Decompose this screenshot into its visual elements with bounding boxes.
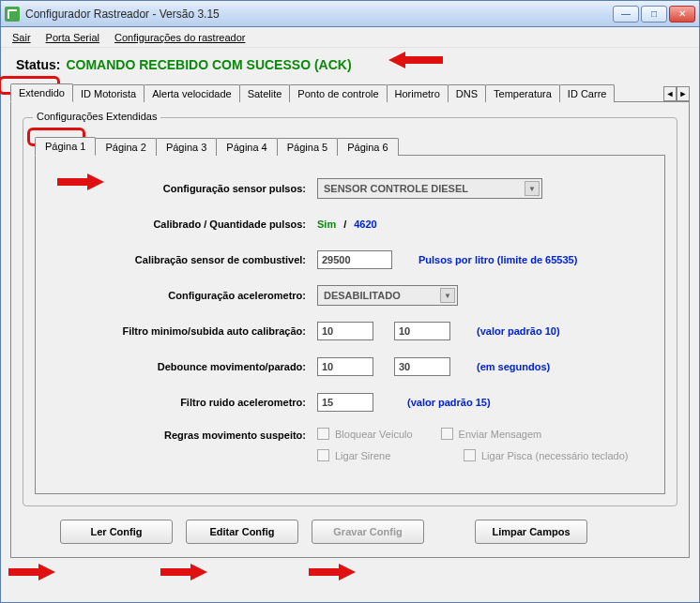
- tab-alerta-velocidade[interactable]: Alerta velocidade: [144, 84, 239, 102]
- input-debounce-parado[interactable]: [394, 357, 450, 376]
- groupbox-extendidas: Configurações Extendidas Página 1 Página…: [23, 117, 677, 506]
- tab-extendido[interactable]: Extendido: [10, 83, 73, 102]
- combo-sensor-pulsos-value: SENSOR CONTROLE DIESEL: [324, 183, 468, 194]
- subtab-pagina-5[interactable]: Página 5: [277, 138, 338, 156]
- subtab-pagina-1[interactable]: Página 1: [35, 137, 96, 156]
- tab-scroll-right[interactable]: ►: [677, 86, 690, 101]
- svg-marker-4: [309, 564, 356, 580]
- btn-editar-config[interactable]: Editar Config: [186, 520, 298, 544]
- menu-config-rastreador[interactable]: Configurações do rastreador: [109, 30, 251, 45]
- label-calibrado: Calibrado / Quantidade pulsos:: [64, 219, 317, 230]
- menu-porta-serial[interactable]: Porta Serial: [40, 30, 105, 45]
- close-button[interactable]: ✕: [669, 6, 695, 23]
- input-calib-combustivel[interactable]: [317, 250, 392, 269]
- chk-ligar-pisca[interactable]: Ligar Pisca (necessário teclado): [464, 449, 629, 461]
- titlebar: Configurador Rastreador - Versão 3.15 — …: [1, 1, 699, 27]
- input-filtro-subida[interactable]: [394, 322, 450, 340]
- input-debounce-mov[interactable]: [317, 357, 373, 376]
- subtab-pagina-2[interactable]: Página 2: [95, 138, 156, 156]
- btn-gravar-config[interactable]: Gravar Config: [312, 520, 424, 544]
- page-tabs: Página 1 Página 2 Página 3 Página 4 Pági…: [35, 135, 665, 156]
- subtab-pagina-6[interactable]: Página 6: [337, 138, 398, 156]
- hint-filtro-ruido: (valor padrão 15): [407, 397, 491, 408]
- btn-limpar-campos[interactable]: Limpar Campos: [475, 520, 587, 544]
- subtab-pagina-3[interactable]: Página 3: [156, 138, 217, 156]
- input-filtro-ruido[interactable]: [317, 393, 373, 412]
- input-filtro-min[interactable]: [317, 322, 373, 340]
- annotation-arrow-icon: [160, 562, 207, 582]
- app-icon: [5, 7, 20, 22]
- label-filtro-ruido: Filtro ruido acelerometro:: [64, 397, 317, 408]
- subtab-pagina-4[interactable]: Página 4: [216, 138, 277, 156]
- combo-sensor-pulsos[interactable]: SENSOR CONTROLE DIESEL ▼: [317, 178, 542, 199]
- btn-ler-config[interactable]: Ler Config: [60, 520, 173, 544]
- label-debounce: Debounce movimento/parado:: [64, 361, 317, 372]
- chevron-down-icon: ▼: [440, 288, 455, 303]
- main-tabs: Extendido ID Motorista Alerta velocidade…: [10, 82, 690, 102]
- label-acelerometro: Configuração acelerometro:: [64, 290, 317, 301]
- menubar: Sair Porta Serial Configurações do rastr…: [1, 27, 699, 48]
- chk-enviar-mensagem[interactable]: Enviar Mensagem: [441, 428, 542, 440]
- chevron-down-icon: ▼: [525, 181, 540, 196]
- tab-dns[interactable]: DNS: [448, 84, 486, 102]
- groupbox-legend: Configurações Extendidas: [33, 111, 160, 122]
- label-calib-combustivel: Calibração sensor de combustivel:: [64, 254, 317, 265]
- combo-acelerometro[interactable]: DESABILITADO ▼: [317, 285, 458, 306]
- label-sensor-pulsos: Configuração sensor pulsos:: [64, 183, 317, 194]
- tab-ponto-controle[interactable]: Ponto de controle: [289, 84, 387, 102]
- calibrado-sim: Sim: [317, 219, 336, 230]
- hint-calib-combustivel: Pulsos por litro (limite de 65535): [418, 254, 577, 265]
- status-label: Status:: [16, 57, 60, 72]
- tab-scroll-left[interactable]: ◄: [663, 86, 677, 101]
- label-regras: Regras movimento suspeito:: [64, 428, 317, 441]
- calibrado-qty: 4620: [354, 219, 376, 230]
- chk-bloquear-veiculo[interactable]: Bloquear Veiculo: [317, 428, 413, 440]
- annotation-arrow-icon: [8, 562, 55, 582]
- maximize-button[interactable]: □: [641, 6, 667, 23]
- svg-marker-3: [160, 564, 207, 580]
- chk-ligar-sirene[interactable]: Ligar Sirene: [317, 449, 435, 461]
- menu-sair[interactable]: Sair: [7, 30, 37, 45]
- minimize-button[interactable]: —: [613, 6, 639, 23]
- status-value: COMANDO RECEBIDO COM SUCESSO (ACK): [66, 57, 351, 72]
- calibrado-sep: /: [343, 219, 346, 230]
- label-filtro-calib: Filtro minimo/subida auto calibração:: [64, 325, 317, 337]
- tab-horimetro[interactable]: Horimetro: [387, 84, 449, 102]
- window-title: Configurador Rastreador - Versão 3.15: [25, 8, 613, 21]
- tab-temperatura[interactable]: Temperatura: [485, 84, 560, 102]
- hint-debounce: (em segundos): [477, 361, 550, 372]
- annotation-arrow-icon: [309, 562, 356, 582]
- svg-marker-2: [8, 564, 55, 580]
- tab-satelite[interactable]: Satelite: [239, 84, 291, 102]
- combo-acelerometro-value: DESABILITADO: [324, 290, 401, 301]
- hint-filtro-calib: (valor padrão 10): [477, 325, 560, 337]
- tab-id-carre[interactable]: ID Carre: [559, 84, 616, 102]
- status-line: Status: COMANDO RECEBIDO COM SUCESSO (AC…: [10, 53, 690, 82]
- tab-id-motorista[interactable]: ID Motorista: [72, 84, 145, 102]
